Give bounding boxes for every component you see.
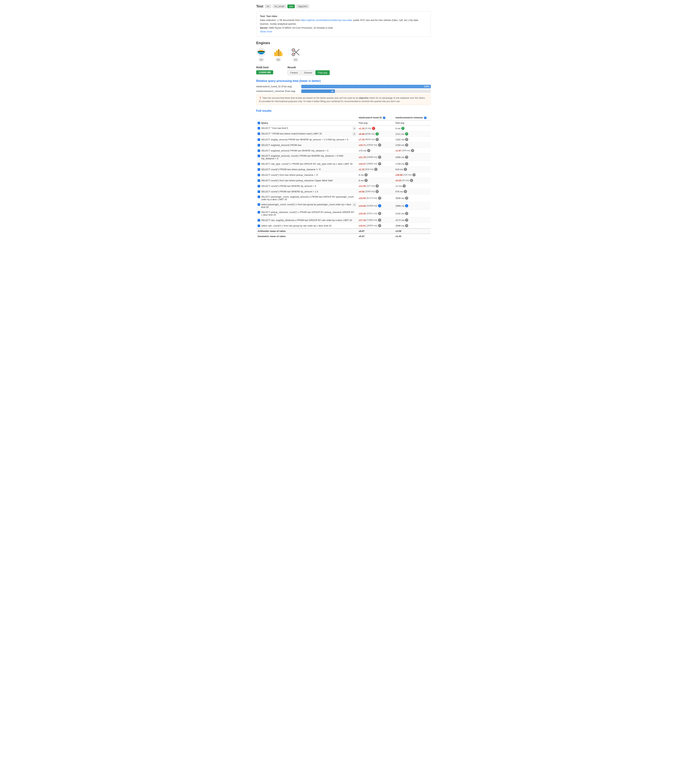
query-checkbox-4[interactable] <box>258 149 260 152</box>
query-checkbox-9[interactable] <box>258 179 260 182</box>
e1-badge-14[interactable]: ? <box>378 212 381 215</box>
tag-logs10m[interactable]: logs10m <box>296 5 309 8</box>
e2-badge-13[interactable]: i <box>405 204 408 207</box>
query-checkbox-13[interactable] <box>258 203 260 206</box>
e1-cell-10: x11.55 (127 ms) ? <box>357 183 394 189</box>
e2-badge-6[interactable]: ? <box>405 162 408 166</box>
query-checkbox-11[interactable] <box>258 190 260 193</box>
e2-badge-11[interactable]: ? <box>404 190 407 193</box>
e2-badge-16[interactable]: ? <box>405 224 408 227</box>
e1-badge-16[interactable]: ? <box>378 224 381 227</box>
query-checkbox-2[interactable] <box>258 138 260 141</box>
e1-badge-5[interactable]: ? <box>378 156 381 159</box>
tag-hn-small[interactable]: hn_small <box>273 5 286 8</box>
scissors-badge: 1/1 <box>293 58 298 62</box>
e1-ms-12: (81173 ms) <box>367 197 377 199</box>
e1-plain-4: 175 ms <box>359 149 367 152</box>
query-checkbox-10[interactable] <box>258 185 260 187</box>
e2-badge-8[interactable]: ? <box>413 173 416 177</box>
e1-badge-8[interactable]: ? <box>365 173 368 177</box>
result-label: Result <box>288 66 330 69</box>
e1-ratio-3: x10.71 (23030 ms) <box>359 144 377 146</box>
query-checkbox-3[interactable] <box>258 144 260 146</box>
e1-cell-14: x10.42 (22311 ms) ? <box>357 210 394 217</box>
e2-cell-0: 6 ms ? <box>394 126 431 131</box>
e2-badge-3[interactable]: ? <box>405 143 408 147</box>
e2-ratio-9: x5.25 (42 ms) <box>396 179 409 182</box>
show-more-link[interactable]: Show more <box>260 30 272 33</box>
e1-ratio-14: x10.42 (22311 ms) <box>359 212 377 215</box>
e1-badge-1[interactable]: ? <box>376 132 379 136</box>
e1-badge-4[interactable]: ? <box>367 149 370 152</box>
chart-bar-value-0: 3.97x <box>424 85 429 88</box>
query-cell-15: SELECT rain, avg(trip_distance) a FROM t… <box>256 217 357 223</box>
manticore-badge: 0/1 <box>276 58 281 62</box>
th-query-label: ✓ Query <box>256 120 357 126</box>
e1-badge-0[interactable]: ! <box>372 127 375 130</box>
e2-badge-12[interactable]: ? <box>405 197 408 200</box>
query-checkbox-14[interactable] <box>258 211 260 213</box>
e2-val-6: 1749 ms <box>396 162 404 165</box>
e1-badge-15[interactable]: ? <box>378 218 381 222</box>
query-checkbox-1[interactable] <box>258 133 260 135</box>
query-checkbox-8[interactable] <box>258 174 260 176</box>
engine1-info-icon[interactable]: i <box>383 116 385 119</box>
e1-badge-6[interactable]: ? <box>378 162 381 166</box>
tag-taxi[interactable]: taxi <box>287 5 295 8</box>
query-checkbox-7[interactable] <box>258 168 260 171</box>
data-link[interactable]: https://github.com/toddwschneider/nyc-ta… <box>301 19 352 21</box>
result-slowest-btn[interactable]: Slowest <box>301 70 315 75</box>
e2-badge-5[interactable]: ? <box>405 156 408 159</box>
query-cell-6: SELECT cab_type, count(*) c FROM taxi GR… <box>256 161 357 167</box>
chart-bar-container-0: 3.97x <box>301 85 431 88</box>
e2-badge-7[interactable]: ? <box>404 168 407 171</box>
e1-badge-11[interactable]: ? <box>376 190 379 193</box>
test-label: Test: Taxi rides <box>260 15 277 18</box>
query-checkbox-12[interactable] <box>258 195 260 198</box>
e2-badge-9[interactable]: ? <box>410 179 413 182</box>
e2-badge-4[interactable]: ? <box>411 149 414 152</box>
e1-cell-15: x17.18 (71693 ms) ? <box>357 217 394 223</box>
th-query-spacer <box>256 115 357 120</box>
e1-cell-12: x22.83 (81173 ms) ? <box>357 194 394 202</box>
query-text-13: select passenger_count, count(*) c from … <box>261 203 352 208</box>
query-checkbox-6[interactable] <box>258 163 260 165</box>
engine2-info-icon[interactable]: i <box>424 116 427 119</box>
chart-row-0: elasticsearch_tuned_32 (Fast avg) 3.97x <box>256 85 431 88</box>
query-text-3: SELECT avg(total_amount) FROM taxi <box>261 144 356 146</box>
expand-icon-1[interactable]: ⊞ <box>353 132 356 136</box>
e2-badge-1[interactable]: ? <box>405 132 408 136</box>
e1-badge-7[interactable]: ? <box>374 168 378 171</box>
e1-badge-3[interactable]: ? <box>378 143 381 147</box>
e1-badge-2[interactable]: ? <box>376 138 379 141</box>
e1-ratio-2: x7.16 (9034 ms) <box>359 138 375 141</box>
svg-rect-7 <box>282 52 282 56</box>
e1-badge-10[interactable]: ? <box>376 184 379 187</box>
e1-badge-13[interactable]: i <box>378 204 381 207</box>
e2-badge-14[interactable]: ? <box>405 212 408 215</box>
e1-cell-0: x1.33 (8 ms) ! <box>357 126 394 131</box>
query-checkbox-header[interactable]: ✓ <box>258 122 260 124</box>
e1-badge-12[interactable]: ? <box>378 197 381 200</box>
e2-badge-0[interactable]: ? <box>401 127 404 130</box>
query-checkbox-15[interactable] <box>258 219 260 221</box>
query-text-6: SELECT cab_type, count(*) c FROM taxi GR… <box>261 162 356 165</box>
query-checkbox-5[interactable] <box>258 155 260 157</box>
e2-cell-8: x39.88 (319 ms) ? <box>394 172 431 178</box>
e2-val-2: 1261 ms <box>396 138 404 141</box>
engine-scissors: 1/1 <box>291 47 301 62</box>
tag-hn[interactable]: hn <box>265 5 271 8</box>
table-row: SELECT count(*) FROM taxi WHERE tip_amou… <box>256 183 431 189</box>
e2-badge-15[interactable]: ? <box>405 218 408 222</box>
query-checkbox-0[interactable] <box>258 127 260 130</box>
query-checkbox-16[interactable] <box>258 225 260 227</box>
expand-icon-13[interactable]: ⊞ <box>353 203 356 206</box>
e1-badge-9[interactable]: ? <box>365 179 368 182</box>
result-fastest-btn[interactable]: Fastest <box>288 70 301 75</box>
e1-cell-7: x1.32 (818 ms) ? <box>357 167 394 172</box>
result-fastavg-btn[interactable]: Fast avg <box>316 70 330 75</box>
e2-badge-10[interactable]: ? <box>403 184 406 187</box>
e2-badge-2[interactable]: ? <box>405 138 408 141</box>
e1-ms-14: (22311 ms) <box>367 212 377 215</box>
expand-icon-0[interactable]: ⊞ <box>353 127 356 130</box>
